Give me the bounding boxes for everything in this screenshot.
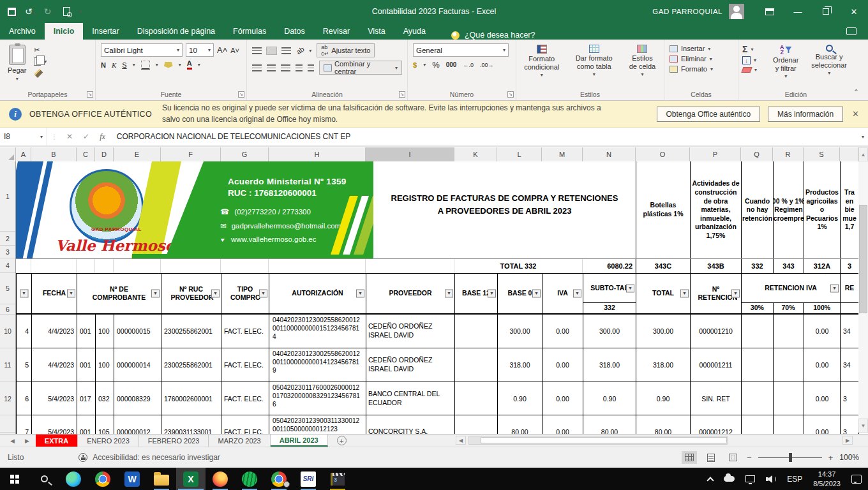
filter-icon[interactable]: ▼ (356, 290, 364, 298)
sheet-tab-abril[interactable]: ABRIL 2023 (271, 434, 328, 447)
zoom-in-button[interactable]: + (828, 453, 834, 463)
tab-disposicion[interactable]: Disposición de página (128, 23, 224, 40)
taskbar-spotify[interactable] (235, 468, 264, 490)
col-header[interactable]: S (804, 147, 840, 161)
cell-proveedor[interactable]: CONCORCITY S.A. (366, 415, 455, 434)
cancel-icon[interactable]: ✕ (61, 132, 78, 141)
borders-icon[interactable] (141, 61, 150, 70)
tab-vista[interactable]: Vista (359, 23, 394, 40)
grow-font-icon[interactable]: A˄ (217, 45, 227, 55)
taskbar-firefox[interactable] (206, 468, 235, 490)
shrink-font-icon[interactable]: A˅ (230, 47, 239, 54)
header-comprobante[interactable]: Nº DE COMPROBANTE▼ (77, 274, 161, 313)
tab-formulas[interactable]: Fórmulas (224, 23, 275, 40)
cell-base0[interactable]: 80.00 (498, 415, 542, 434)
cell-serie1[interactable]: 017 (77, 382, 96, 415)
account-name[interactable]: GAD PARROQUIAL (652, 8, 722, 15)
cell-70[interactable] (774, 315, 804, 348)
col-header[interactable]: Q (741, 147, 773, 161)
taskbar-chrome-profile[interactable] (264, 468, 294, 490)
cell-100[interactable]: 0.00 (804, 415, 841, 434)
cell-100[interactable]: 0.00 (804, 315, 841, 348)
horizontal-scroll-thumb[interactable] (481, 437, 727, 443)
taskbar-sri[interactable]: SRi (294, 468, 323, 490)
header-base12[interactable]: BASE 12▼ (455, 274, 498, 313)
col-header[interactable]: G (221, 147, 269, 161)
cell-subtotal[interactable]: 80.00 (583, 415, 636, 434)
orientation-icon[interactable]: ab (295, 45, 306, 56)
header-100[interactable]: 100% (804, 303, 840, 313)
filter-icon[interactable]: ▼ (259, 290, 267, 298)
col-header[interactable]: R (773, 147, 804, 161)
scroll-down-button[interactable]: ▼ (858, 419, 868, 433)
cell-index[interactable]: 6 (17, 382, 32, 415)
tray-expand-icon[interactable] (707, 477, 714, 484)
vertical-scrollbar[interactable] (858, 161, 868, 419)
formula-input[interactable]: CORPORACION NACIONAL DE TELECOMUNICACION… (117, 132, 862, 141)
header-clipped-re[interactable]: RE (841, 274, 859, 313)
undo-icon[interactable]: ↺▾ (25, 6, 35, 17)
page-layout-view-button[interactable] (703, 451, 719, 464)
cell[interactable] (161, 259, 221, 273)
accounting-format-icon[interactable]: $ (413, 61, 417, 69)
filter-icon[interactable]: ▼ (626, 284, 634, 292)
number-format-select[interactable]: General▾ (413, 43, 509, 57)
font-dialog-launcher[interactable]: ↘ (238, 91, 244, 98)
cell[interactable] (269, 259, 366, 273)
scroll-up-button[interactable]: ▲ (858, 147, 868, 161)
cell-30[interactable] (742, 382, 774, 415)
col-header[interactable]: M (542, 147, 583, 161)
cell-autorizacion[interactable]: 0404202301230025586200120011000000000141… (269, 348, 366, 382)
more-info-button[interactable]: Más información (768, 107, 843, 122)
wrap-text-button[interactable]: abc↵Ajustar texto (317, 43, 375, 57)
cell[interactable] (114, 259, 161, 273)
tab-revisar[interactable]: Revisar (314, 23, 359, 40)
cell-fecha[interactable]: 5/4/2023 (32, 382, 77, 415)
number-dialog-launcher[interactable]: ↘ (507, 91, 514, 98)
font-name-select[interactable]: Calibri Light▾ (101, 43, 183, 57)
cell-subtotal[interactable]: 0.90 (583, 382, 636, 415)
hscroll-right-button[interactable]: ▶ (842, 436, 853, 445)
collapse-ribbon-icon[interactable]: ⌃ (853, 88, 859, 96)
cell-subtotal[interactable]: 318.00 (583, 348, 636, 382)
cell-30[interactable] (742, 348, 774, 382)
cell-base0[interactable]: 318.00 (498, 348, 542, 382)
align-bottom-icon[interactable] (281, 47, 291, 54)
normal-view-button[interactable] (682, 451, 697, 464)
cell-code[interactable]: 3 (840, 259, 858, 273)
header-microempresa[interactable]: 100 % y 1%.- Regimen microempresa (773, 161, 804, 258)
print-preview-icon[interactable] (63, 7, 70, 16)
zoom-slider[interactable] (758, 457, 822, 458)
row-header[interactable]: 6 (0, 304, 15, 315)
cell-70[interactable] (774, 348, 804, 382)
hscroll-left-button[interactable]: ◀ (456, 436, 466, 445)
increase-decimal-icon[interactable]: ←.0 (463, 62, 474, 68)
header-a[interactable]: ▼ (17, 274, 32, 313)
redo-icon[interactable]: ↻▾ (44, 6, 54, 17)
cell-retencion[interactable]: SIN. RET (691, 382, 742, 415)
cell-base12[interactable] (455, 315, 498, 348)
cell[interactable] (95, 259, 114, 273)
cell-iva[interactable]: 0.00 (542, 415, 583, 434)
find-select-button[interactable]: Buscar y seleccionar▾ (807, 43, 851, 89)
cell[interactable] (221, 259, 269, 273)
conditional-formatting-button[interactable]: Formato condicional▾ (520, 43, 563, 89)
cell-fecha[interactable]: 5/4/2023 (32, 415, 77, 434)
zoom-slider-thumb[interactable] (789, 453, 792, 462)
clipboard-dialog-launcher[interactable]: ↘ (87, 91, 93, 98)
cell-serie2[interactable]: 032 (96, 382, 114, 415)
font-size-select[interactable]: 10▾ (186, 43, 214, 57)
cell-serie2[interactable]: 100 (96, 348, 114, 382)
sheet-title-cell[interactable]: REGISTRO DE FACTURAS DE COMPRA Y RETENCI… (373, 161, 636, 258)
cell-100[interactable]: 0.00 (804, 348, 841, 382)
percent-style-icon[interactable]: % (432, 60, 440, 70)
header-subtotal[interactable]: SUBTO-TAL▼ 332 (583, 274, 636, 313)
cell-proveedor[interactable]: CEDEÑO ORDOÑEZ ISRAEL DAVID (366, 348, 455, 382)
cell[interactable] (77, 259, 95, 273)
header-iva[interactable]: IVA▼ (542, 274, 583, 313)
cell-code[interactable]: 343B (690, 259, 741, 273)
cell-base0[interactable]: 0.90 (498, 382, 542, 415)
cell-index[interactable]: 4 (17, 315, 32, 348)
decrease-indent-icon[interactable] (296, 64, 303, 71)
header-70[interactable]: 70% (774, 303, 804, 313)
